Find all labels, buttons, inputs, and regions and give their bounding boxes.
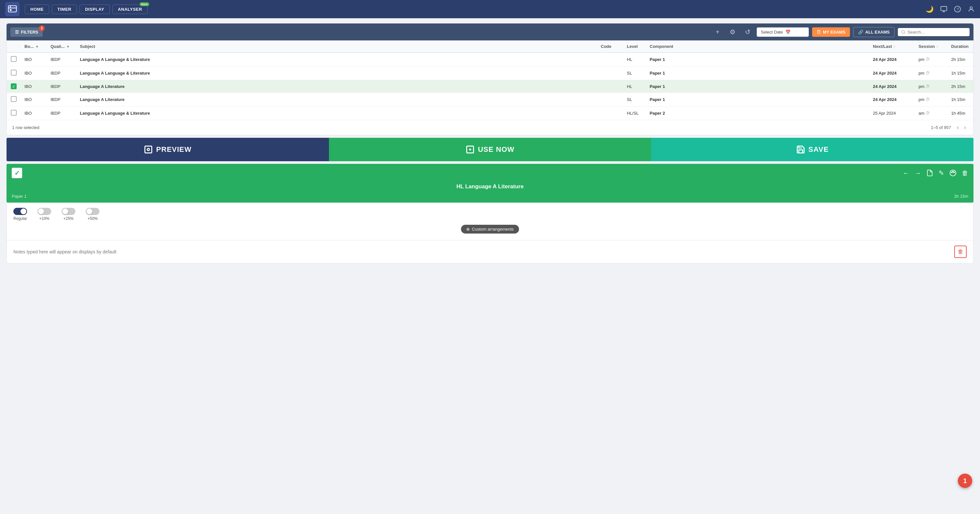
svg-point-18 (951, 172, 952, 173)
display-button[interactable]: DISPLAY (80, 5, 110, 14)
toggle-knob-0 (21, 208, 26, 214)
timer-button[interactable]: TIMER (52, 5, 77, 14)
row-checkbox-2[interactable]: ✓ (7, 80, 21, 93)
filters-button[interactable]: ☰ FILTERS 2 (10, 27, 43, 37)
svg-text:?: ? (956, 7, 959, 12)
next-page-button[interactable]: › (962, 124, 968, 132)
notes-input[interactable] (13, 249, 950, 254)
user-button[interactable] (967, 6, 975, 13)
table-row[interactable]: IBO IBDP Language A Literature SL Paper … (7, 93, 974, 106)
select-date-button[interactable]: Select Date 📅 (757, 27, 809, 37)
svg-point-20 (954, 172, 955, 173)
toggle-switch-2[interactable] (62, 208, 75, 215)
row-checkbox-0[interactable] (7, 52, 21, 67)
row-board-4: IBO (21, 106, 47, 120)
home-button[interactable]: HOME (25, 5, 49, 14)
row-subject-4: Language A Language & Literature (76, 106, 597, 120)
row-level-3: SL (623, 93, 646, 106)
row-board-3: IBO (21, 93, 47, 106)
table-header-row: Bo... ▼ Quali... ▼ Subject Code Level Co… (7, 41, 974, 53)
col-quali-header: Quali... ▼ (47, 41, 76, 53)
all-exams-label: ALL EXAMS (865, 30, 890, 35)
custom-label: Custom arrangements (472, 227, 514, 232)
row-checkbox-3[interactable] (7, 93, 21, 106)
row-level-0: HL (623, 52, 646, 67)
custom-arrangements-button[interactable]: ⊕ Custom arrangements (461, 225, 519, 233)
my-exams-button[interactable]: 🗒 MY EXAMS (812, 27, 850, 37)
next-sort-icon[interactable]: ↑ (894, 44, 896, 49)
custom-icon: ⊕ (466, 227, 470, 232)
row-code-1 (597, 67, 623, 80)
pagination-info: 1–5 of 957 (931, 125, 951, 130)
toggle-label-1: +10% (40, 216, 49, 221)
search-icon (901, 30, 906, 35)
use-now-button[interactable]: USE NOW (329, 138, 651, 161)
row-component-2: Paper 1 (646, 80, 869, 93)
svg-line-11 (904, 33, 905, 33)
exam-card-title: HL Language A Literature (457, 183, 523, 190)
table-row[interactable]: IBO IBDP Language A Language & Literatur… (7, 52, 974, 67)
col-check-header (7, 41, 21, 53)
row-date-0: 24 Apr 2024 (869, 52, 915, 67)
toggles-row: Regular +10% +25% +50% (13, 208, 967, 221)
table-row[interactable]: IBO IBDP Language A Language & Literatur… (7, 67, 974, 80)
monitor-button[interactable] (940, 6, 947, 13)
row-duration-4: 1h 45m (947, 106, 974, 120)
selected-count: 1 row selected (12, 125, 40, 130)
row-subject-1: Language A Language & Literature (76, 67, 597, 80)
add-button[interactable]: + (712, 26, 724, 38)
card-delete-button[interactable]: 🗑 (962, 170, 968, 177)
card-back-button[interactable]: ← (903, 170, 909, 177)
top-nav: HOME TIMER DISPLAY ANALYSER New 🌙 ? (0, 0, 980, 18)
session-sort-icon[interactable]: ↑ (936, 44, 938, 49)
save-button[interactable]: SAVE (651, 138, 974, 161)
toggle-knob-1 (38, 208, 44, 214)
toggle-switch-3[interactable] (86, 208, 99, 215)
all-exams-button[interactable]: 🔗 ALL EXAMS (853, 27, 894, 37)
nav-icons: 🌙 ? (926, 5, 975, 13)
board-filter-icon[interactable]: ▼ (35, 44, 39, 49)
preview-label: PREVIEW (156, 145, 191, 154)
filters-label: FILTERS (21, 30, 38, 35)
row-checkbox-4[interactable] (7, 106, 21, 120)
card-doc-button[interactable] (926, 170, 933, 176)
row-quali-4: IBDP (47, 106, 76, 120)
card-forward-button[interactable]: → (915, 170, 921, 177)
toggle-switch-1[interactable] (38, 208, 51, 215)
quali-filter-icon[interactable]: ▼ (66, 44, 70, 49)
row-quali-3: IBDP (47, 93, 76, 106)
preview-button[interactable]: PREVIEW (6, 138, 329, 161)
toggle-switch-0[interactable] (13, 208, 27, 215)
prev-page-button[interactable]: ‹ (955, 124, 961, 132)
table-footer: 1 row selected 1–5 of 957 ‹ › (6, 120, 974, 135)
svg-point-10 (902, 30, 905, 33)
toggle-item-1: +10% (38, 208, 51, 221)
select-date-label: Select Date (761, 30, 783, 35)
svg-point-9 (970, 7, 972, 9)
row-code-0 (597, 52, 623, 67)
row-date-2: 24 Apr 2024 (869, 80, 915, 93)
refresh-button[interactable]: ↺ (742, 26, 753, 38)
table-row[interactable]: IBO IBDP Language A Language & Literatur… (7, 106, 974, 120)
analyser-button[interactable]: ANALYSER New (113, 5, 148, 14)
exam-card-checkbox[interactable]: ✓ (12, 168, 22, 178)
help-button[interactable]: ? (954, 6, 961, 13)
row-subject-3: Language A Literature (76, 93, 597, 106)
dark-mode-button[interactable]: 🌙 (926, 5, 934, 13)
search-input[interactable] (908, 30, 966, 35)
row-board-2: IBO (21, 80, 47, 93)
row-date-1: 24 Apr 2024 (869, 67, 915, 80)
table-row[interactable]: ✓ IBO IBDP Language A Literature HL Pape… (7, 80, 974, 93)
preview-icon (144, 145, 153, 154)
settings-button[interactable]: ⚙ (727, 26, 738, 38)
row-duration-3: 1h 15m (947, 93, 974, 106)
col-session-header: Session ↑ (915, 41, 947, 53)
filter-icon: ☰ (15, 30, 19, 35)
row-checkbox-1[interactable] (7, 67, 21, 80)
card-edit-button[interactable]: ✎ (939, 169, 944, 177)
exam-card-meta: Paper 1 2h 15m (6, 192, 974, 203)
toggle-label-0: Regular (13, 216, 27, 221)
notes-delete-button[interactable]: 🗑 (954, 246, 967, 258)
toggle-item-3: +50% (86, 208, 99, 221)
card-palette-button[interactable] (949, 170, 956, 176)
